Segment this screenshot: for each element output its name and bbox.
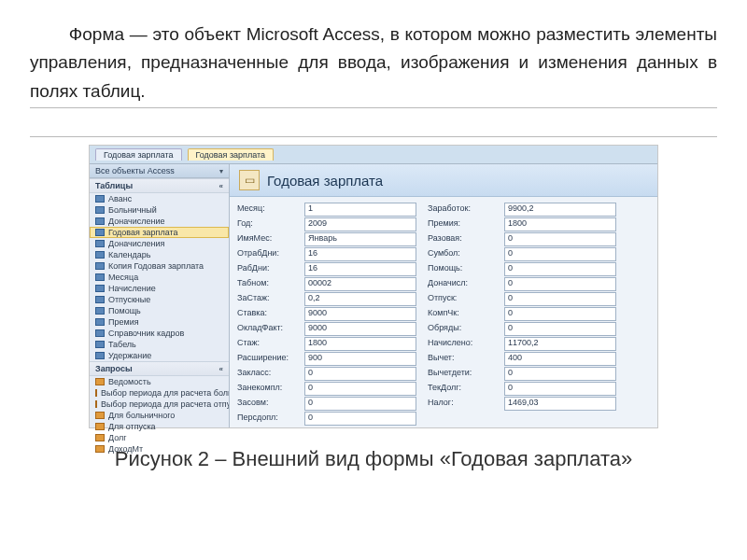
collapse-icon: « [219, 182, 223, 190]
nav-item-label: Помощь [108, 306, 141, 315]
table-icon [95, 341, 105, 348]
access-screenshot: Годовая зарплата Годовая зарплата Все об… [89, 145, 658, 428]
nav-query-item[interactable]: Выбор периода для расчета отпуска [90, 399, 229, 410]
definition-text: Форма — это объект Microsoft Access, в к… [30, 24, 717, 101]
field-label: Отпуск: [428, 292, 493, 306]
field-label: Месяц: [237, 203, 293, 217]
fields-grid: Месяц:1Заработок:9900,2Год:2009Премия:18… [230, 197, 657, 427]
nav-item-label: Табель [108, 340, 136, 349]
nav-table-item[interactable]: Аванс [90, 193, 229, 204]
nav-table-item[interactable]: Премия [90, 316, 229, 328]
queries-list: ВедомостьВыбор периода для расчета больн… [90, 376, 229, 455]
field-label: ТекДолг: [428, 382, 493, 396]
field-value[interactable]: 0,2 [304, 292, 416, 306]
nav-item-label: Начисление [108, 284, 156, 293]
nav-table-item[interactable]: Копия Годовая зарплата [90, 260, 229, 272]
tab-form[interactable]: Годовая зарплата [188, 148, 275, 161]
table-icon [95, 217, 105, 225]
field-value[interactable]: 0 [304, 412, 416, 426]
table-icon [95, 307, 105, 315]
nav-item-label: Отпускные [108, 295, 150, 304]
nav-table-item[interactable]: Доначисление [90, 216, 229, 227]
field-value[interactable]: 1800 [304, 337, 416, 351]
table-icon [95, 240, 105, 247]
nav-table-item[interactable]: Начисление [90, 283, 229, 294]
field-value[interactable]: 0 [504, 322, 616, 336]
nav-table-item[interactable]: Удержание [90, 350, 229, 361]
field-value[interactable]: 9000 [304, 322, 416, 336]
nav-item-label: Месяца [108, 273, 138, 282]
nav-query-item[interactable]: Долг [90, 432, 229, 443]
table-icon [95, 329, 105, 337]
field-value[interactable]: 1800 [504, 217, 616, 231]
nav-item-label: Справочник кадров [108, 329, 184, 338]
field-value[interactable]: 0 [504, 292, 616, 306]
nav-section-tables[interactable]: Таблицы « [90, 178, 229, 193]
nav-table-item[interactable]: Месяца [90, 272, 229, 283]
nav-section-queries[interactable]: Запросы « [90, 361, 229, 376]
nav-query-item[interactable]: Ведомость [90, 376, 229, 387]
nav-query-item[interactable]: Для отпуска [90, 421, 229, 432]
nav-table-item[interactable]: Доначисления [90, 238, 229, 249]
field-value[interactable]: Январь [304, 232, 416, 246]
field-value[interactable]: 0 [304, 397, 416, 411]
query-icon [95, 378, 105, 385]
query-icon [95, 412, 105, 419]
field-value[interactable]: 00002 [304, 277, 416, 291]
field-value[interactable]: 0 [304, 367, 416, 381]
nav-table-item[interactable]: Отпускные [90, 294, 229, 305]
tables-list: АвансБольничныйДоначислениеГодовая зарпл… [90, 193, 229, 361]
field-value[interactable]: 11700,2 [504, 337, 616, 351]
field-value[interactable]: 0 [504, 247, 616, 261]
nav-table-item[interactable]: Справочник кадров [90, 328, 229, 339]
form-title-bar: ▭ Годовая зарплата [230, 164, 657, 197]
query-icon [95, 423, 105, 430]
nav-table-item[interactable]: Табель [90, 339, 229, 350]
nav-header[interactable]: Все объекты Access ▾ [90, 164, 229, 178]
query-icon [95, 445, 105, 453]
field-label: КомпЧк: [428, 307, 493, 321]
field-label [428, 412, 493, 426]
nav-table-item[interactable]: Больничный [90, 204, 229, 216]
field-label: Начислено: [428, 337, 493, 351]
field-value[interactable]: 9900,2 [504, 203, 616, 217]
nav-table-item[interactable]: Помощь [90, 305, 229, 316]
field-value[interactable]: 0 [504, 367, 616, 381]
field-value[interactable]: 16 [304, 262, 416, 276]
field-value[interactable]: 0 [304, 382, 416, 396]
tab-table[interactable]: Годовая зарплата [95, 148, 182, 161]
field-label: Заработок: [428, 203, 493, 217]
nav-item-label: Премия [108, 317, 139, 327]
field-value[interactable]: 16 [304, 247, 416, 261]
field-value[interactable]: 400 [504, 352, 616, 366]
nav-item-label: Календарь [108, 250, 150, 259]
field-value[interactable]: 2009 [304, 217, 416, 231]
field-value[interactable]: 1 [304, 203, 416, 217]
table-icon [95, 285, 105, 292]
query-icon [95, 400, 97, 408]
field-value[interactable]: 1469,03 [504, 397, 616, 411]
field-value[interactable]: 9000 [304, 307, 416, 321]
table-icon [95, 195, 105, 203]
field-value[interactable]: 0 [504, 307, 616, 321]
chevron-down-icon: ▾ [219, 167, 223, 175]
collapse-icon: « [219, 365, 223, 373]
field-value[interactable]: 0 [504, 382, 616, 396]
nav-query-item[interactable]: Выбор периода для расчета больн... [90, 387, 229, 399]
field-label: Сумбол: [428, 247, 493, 261]
table-icon [95, 262, 105, 270]
field-value[interactable]: 0 [504, 277, 616, 291]
table-icon [95, 273, 105, 281]
nav-table-item[interactable]: Годовая зарплата [90, 227, 229, 238]
table-icon [95, 318, 105, 326]
field-label: РабДни: [237, 262, 293, 276]
field-label: Засовм: [237, 397, 293, 411]
nav-item-label: Аванс [108, 194, 132, 203]
nav-query-item[interactable]: Для больничного [90, 410, 229, 421]
field-value[interactable]: 900 [304, 352, 416, 366]
field-value[interactable]: 0 [504, 262, 616, 276]
nav-item-label: Копия Годовая зарплата [108, 261, 204, 271]
field-value[interactable]: 0 [504, 232, 616, 246]
nav-table-item[interactable]: Календарь [90, 249, 229, 260]
field-label: Закласс: [237, 367, 293, 381]
